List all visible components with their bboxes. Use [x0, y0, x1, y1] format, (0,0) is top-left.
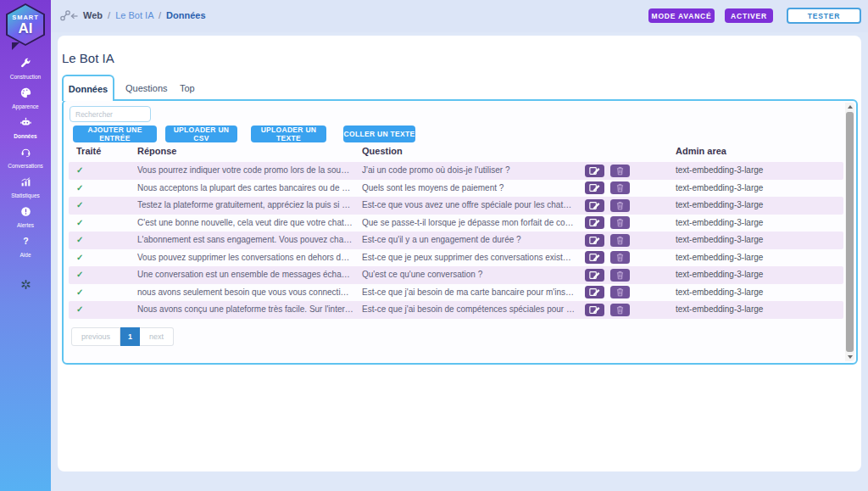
question-cell: J'ai un code promo où dois-je l'utiliser… [362, 162, 575, 180]
column-header-question: Question [362, 146, 403, 156]
admin-area-cell: text-embedding-3-large [676, 232, 828, 249]
question-cell: Est-ce que j'ai besoin de ma carte banca… [362, 284, 575, 302]
scrollbar-up-arrow[interactable] [845, 103, 854, 111]
edit-button[interactable] [585, 181, 604, 194]
headset-icon [20, 146, 31, 161]
question-cell: Quels sont les moyens de paiement ? [362, 180, 575, 198]
add-entry-button[interactable]: AJOUTER UNE ENTRÉE [73, 126, 157, 142]
processed-check-icon: ✓ [76, 284, 93, 302]
delete-button[interactable] [610, 251, 630, 264]
delete-button[interactable] [610, 216, 630, 229]
response-cell: C'est une bonne nouvelle, cela veut dire… [137, 215, 353, 232]
tab-top[interactable]: Top [180, 80, 195, 97]
sidebar-label: Construction [10, 74, 42, 81]
question-cell: Que se passe-t-il lorsque je dépasse mon… [362, 215, 575, 232]
tab-questions[interactable]: Questions [125, 80, 168, 97]
test-button[interactable]: TESTER [787, 8, 861, 24]
sidebar-label: Aide [19, 252, 31, 259]
question-cell: Est-ce que j'ai besoin de compétences sp… [362, 301, 575, 319]
table-row: ✓ Nous avons conçu une plateforme très f… [69, 301, 843, 319]
admin-area-cell: text-embedding-3-large [676, 215, 828, 232]
processed-check-icon: ✓ [76, 301, 93, 319]
breadcrumb: Web / Le Bot IA / Données [83, 10, 206, 20]
question-cell: Est-ce que je peux supprimer des convers… [362, 249, 575, 267]
advanced-mode-button[interactable]: MODE AVANCÉ [648, 8, 715, 23]
column-header-reponse: Réponse [137, 146, 176, 156]
processed-check-icon: ✓ [76, 266, 93, 284]
scrollbar-down-arrow[interactable] [845, 353, 854, 361]
table-rows: ✓ Vous pourrez indiquer votre code promo… [69, 162, 843, 319]
question-icon: ? [20, 235, 31, 250]
admin-area-cell: text-embedding-3-large [676, 266, 828, 284]
delete-button[interactable] [610, 181, 630, 194]
edit-button[interactable] [585, 251, 604, 264]
column-header-admin-area: Admin area [676, 146, 726, 156]
response-cell: nous avons seulement besoin que vous vou… [137, 284, 353, 302]
sidebar-label: Données [14, 133, 36, 140]
breadcrumb-separator: / [159, 10, 161, 20]
alert-icon [20, 205, 31, 220]
breadcrumb-web[interactable]: Web [83, 10, 103, 20]
edit-button[interactable] [585, 199, 604, 212]
back-share-icon[interactable] [59, 9, 80, 25]
upload-text-button[interactable]: UPLOADER UN TEXTE [251, 126, 326, 142]
processed-check-icon: ✓ [76, 215, 93, 232]
logo-speech-tail [12, 42, 19, 50]
paste-text-button[interactable]: COLLER UN TEXTE [343, 126, 415, 142]
breadcrumb-separator: / [108, 10, 110, 20]
response-cell: Nous avons conçu une plateforme très fac… [137, 301, 353, 319]
sidebar-item-aide[interactable]: ? Aide [0, 235, 51, 259]
edit-button[interactable] [585, 216, 604, 229]
tab-donnees[interactable]: Données [62, 75, 114, 101]
content-card: Le Bot IA Données Questions Top AJOUTER … [58, 36, 861, 471]
sidebar-spinner[interactable] [0, 278, 51, 293]
scrollbar-thumb[interactable] [846, 112, 854, 352]
response-cell: Vous pouvez supprimer les conversations … [137, 249, 353, 267]
processed-check-icon: ✓ [76, 197, 93, 215]
sidebar-item-statistiques[interactable]: Statistiques [0, 176, 51, 199]
table-row: ✓ nous avons seulement besoin que vous v… [69, 284, 843, 302]
sidebar-label: Apparence [12, 103, 38, 110]
delete-button[interactable] [610, 269, 630, 282]
sidebar-item-apparence[interactable]: Apparence [0, 86, 51, 110]
question-cell: Qu'est ce qu'une conversation ? [362, 266, 575, 284]
edit-button[interactable] [585, 165, 604, 177]
pagination: previous 1 next [71, 327, 174, 346]
delete-button[interactable] [610, 165, 630, 177]
delete-button[interactable] [610, 286, 630, 299]
delete-button[interactable] [610, 199, 630, 212]
delete-button[interactable] [610, 304, 630, 316]
vertical-scrollbar[interactable] [845, 103, 854, 361]
sidebar-item-alertes[interactable]: Alertes [0, 205, 51, 229]
activate-button[interactable]: ACTIVER [725, 8, 773, 23]
page-title: Le Bot IA [62, 51, 114, 65]
chart-icon [20, 176, 31, 191]
pagination-page-1[interactable]: 1 [120, 327, 140, 346]
logo-hexagon: SMART AI [6, 3, 45, 46]
wrench-icon [20, 57, 31, 72]
sidebar-item-donnees[interactable]: Données [0, 116, 51, 140]
processed-check-icon: ✓ [76, 232, 93, 249]
search-input[interactable] [70, 106, 151, 122]
pagination-previous[interactable]: previous [71, 327, 120, 346]
sidebar-item-conversations[interactable]: Conversations [0, 146, 51, 170]
edit-button[interactable] [585, 286, 604, 299]
table-row: ✓ Vous pouvez supprimer les conversation… [69, 249, 843, 267]
palette-icon [20, 86, 31, 102]
sidebar-item-construction[interactable]: Construction [0, 57, 51, 81]
delete-button[interactable] [610, 234, 630, 247]
question-cell: Est-ce qu'il y a un engagement de durée … [362, 232, 575, 249]
processed-check-icon: ✓ [76, 180, 93, 198]
pagination-next[interactable]: next [140, 327, 174, 346]
app-logo[interactable]: SMART AI [0, 0, 51, 53]
breadcrumb-bot[interactable]: Le Bot IA [115, 10, 153, 20]
response-cell: Vous pourrez indiquer votre code promo l… [137, 162, 353, 180]
upload-csv-button[interactable]: UPLOADER UN CSV [165, 126, 237, 142]
table-row: ✓ Testez la plateforme gratuitement, app… [69, 197, 843, 215]
edit-button[interactable] [585, 234, 604, 247]
robot-icon [20, 116, 31, 131]
edit-button[interactable] [585, 304, 604, 316]
edit-button[interactable] [585, 269, 604, 282]
admin-area-cell: text-embedding-3-large [676, 284, 828, 302]
data-panel: AJOUTER UNE ENTRÉE UPLOADER UN CSV UPLOA… [62, 99, 858, 365]
